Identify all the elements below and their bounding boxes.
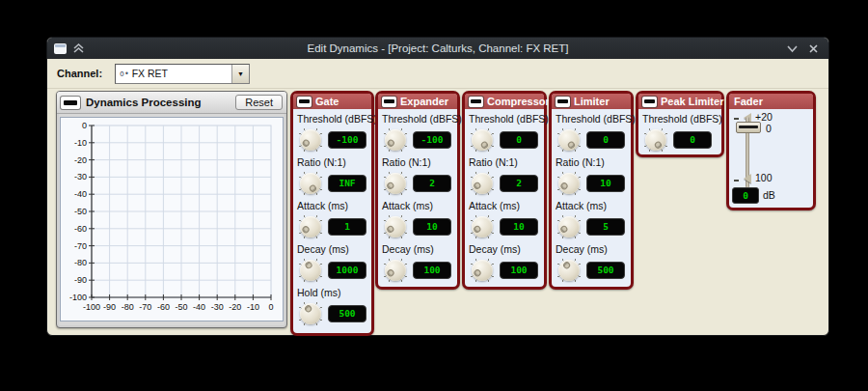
titlebar[interactable]: Edit Dynamics - [Project: Calturks, Chan… <box>47 38 828 59</box>
limiter-enable-checkbox[interactable] <box>556 97 570 107</box>
svg-text:-10: -10 <box>74 138 87 148</box>
compressor-enable-checkbox[interactable] <box>469 97 483 107</box>
dynamics-graph-body: 0-10-20-30-40-50-60-70-80-90-100-100-90-… <box>60 117 284 321</box>
channel-dropdown-arrow[interactable]: ▼ <box>231 65 249 83</box>
fader-handle[interactable] <box>736 122 761 133</box>
svg-text:-90: -90 <box>74 275 87 285</box>
dynamics-panel-title: Dynamics Processing <box>86 97 202 108</box>
channel-select[interactable]: o• FX RET ▼ <box>115 64 250 84</box>
svg-text:-60: -60 <box>157 302 170 312</box>
expander-ratio-knob[interactable] <box>382 170 409 197</box>
knob-pointer <box>463 164 501 202</box>
expander-enable-checkbox[interactable] <box>382 97 396 107</box>
panel-peak-limiter: Peak Limiter Threshold (dBFS) 0 <box>636 91 724 157</box>
limiter-decay-knob[interactable] <box>556 257 583 284</box>
gate-ratio-knob[interactable] <box>297 170 324 197</box>
compressor-attack-knob[interactable] <box>469 213 496 240</box>
knob-pointer <box>550 251 587 289</box>
compressor-decay-knob[interactable] <box>469 257 496 284</box>
channel-bar: Channel: o• FX RET ▼ <box>47 59 828 89</box>
knob-pointer <box>292 252 330 290</box>
compressor-ratio: Ratio (N:1) 2 <box>468 156 541 198</box>
close-icon[interactable] <box>808 43 819 54</box>
control-label: Threshold (dBFS) <box>469 113 541 125</box>
panel-gate: Gate Threshold (dBFS) -100 Ratio (N:1) <box>290 91 374 336</box>
window-title: Edit Dynamics - [Project: Calturks, Chan… <box>47 42 828 54</box>
expander-ratio-display: 2 <box>413 175 451 192</box>
svg-text:-10: -10 <box>247 302 259 312</box>
svg-text:-80: -80 <box>74 258 87 267</box>
knob-pointer <box>550 121 587 158</box>
chevron-down-icon[interactable] <box>786 44 799 53</box>
expander-ratio: Ratio (N:1) 2 <box>381 156 454 198</box>
expander-decay-knob[interactable] <box>382 257 409 284</box>
panel-expander: Expander Threshold (dBFS) -100 Ratio (N:… <box>375 91 460 290</box>
dynamics-processing-panel: Dynamics Processing Reset 0-10-20-30-40-… <box>56 91 287 328</box>
svg-text:-30: -30 <box>74 172 87 182</box>
limiter-attack-knob[interactable] <box>556 213 583 240</box>
knob-pointer <box>291 164 329 202</box>
channel-type-icon: o• <box>120 70 129 78</box>
channel-selected-value: FX RET <box>132 68 231 79</box>
compressor-attack: Attack (ms) 10 <box>468 200 541 241</box>
svg-text:0: 0 <box>268 302 273 312</box>
limiter-ratio-display: 10 <box>586 175 625 192</box>
peak-limiter-enable-checkbox[interactable] <box>642 97 657 107</box>
knob-pointer <box>376 251 415 290</box>
gate-enable-checkbox[interactable] <box>297 97 312 107</box>
limiter-decay: Decay (ms) 500 <box>555 243 628 285</box>
knob-pointer <box>463 251 502 290</box>
svg-text:-50: -50 <box>74 207 87 216</box>
expander-decay-display: 100 <box>413 262 451 279</box>
compressor-header: Compressor <box>465 94 544 109</box>
limiter-threshold-knob[interactable] <box>556 126 583 154</box>
compressor-threshold: Threshold (dBFS) 0 <box>468 113 541 154</box>
gate-ratio-display: INF <box>328 175 366 192</box>
gate-hold-display: 500 <box>328 305 366 322</box>
fader-title: Fader <box>734 96 763 107</box>
compressor-attack-display: 10 <box>500 218 538 236</box>
fader-min-tick <box>734 180 739 182</box>
desktop-background: Edit Dynamics - [Project: Calturks, Chan… <box>0 0 868 391</box>
knob-pointer <box>550 208 587 245</box>
control-label: Decay (ms) <box>297 243 368 255</box>
peak-limiter-threshold-display: 0 <box>673 131 712 149</box>
gate-header: Gate <box>293 94 371 109</box>
knob-pointer <box>550 164 588 203</box>
gate-attack-display: 1 <box>328 218 366 236</box>
expander-attack-knob[interactable] <box>382 213 409 240</box>
dynamics-enable-checkbox[interactable] <box>61 97 80 109</box>
channel-label: Channel: <box>57 68 102 79</box>
gate-attack-knob[interactable] <box>297 213 324 240</box>
limiter-attack: Attack (ms) 5 <box>555 200 628 241</box>
gate-threshold-knob[interactable] <box>297 126 324 154</box>
gate-attack: Attack (ms) 1 <box>296 200 368 241</box>
svg-text:-40: -40 <box>193 302 205 312</box>
reset-button[interactable]: Reset <box>235 95 283 110</box>
panel-compressor: Compressor Threshold (dBFS) 0 Ratio (N:1… <box>462 91 547 290</box>
limiter-attack-display: 5 <box>586 218 625 236</box>
gate-hold-knob[interactable] <box>297 300 324 327</box>
knob-pointer <box>376 121 414 158</box>
compressor-threshold-knob[interactable] <box>469 126 496 154</box>
shade-up-icon[interactable] <box>72 42 85 54</box>
fader-header: Fader <box>729 94 813 109</box>
gate-decay-knob[interactable] <box>297 257 324 284</box>
edit-dynamics-window: Edit Dynamics - [Project: Calturks, Chan… <box>46 37 829 336</box>
panel-limiter: Limiter Threshold (dBFS) 0 Ratio (N:1) <box>549 91 634 290</box>
panel-fader: Fader +20 0 100 0 dB <box>726 91 816 210</box>
control-label: Attack (ms) <box>556 200 628 211</box>
peak-limiter-threshold: Threshold (dBFS) 0 <box>641 113 719 154</box>
compressor-ratio-knob[interactable] <box>469 170 496 197</box>
fader-value-display: 0 <box>732 187 759 204</box>
peak-limiter-header: Peak Limiter <box>638 94 721 109</box>
knob-pointer <box>376 164 414 202</box>
expander-attack: Attack (ms) 10 <box>381 200 454 241</box>
peak-limiter-threshold-knob[interactable] <box>642 126 669 154</box>
gate-decay: Decay (ms) 1000 <box>296 243 368 285</box>
knob-pointer <box>463 208 501 245</box>
expander-threshold-knob[interactable] <box>382 126 409 154</box>
window-menu-icon[interactable] <box>54 43 67 54</box>
expander-decay: Decay (ms) 100 <box>381 243 454 285</box>
limiter-ratio-knob[interactable] <box>556 170 583 197</box>
